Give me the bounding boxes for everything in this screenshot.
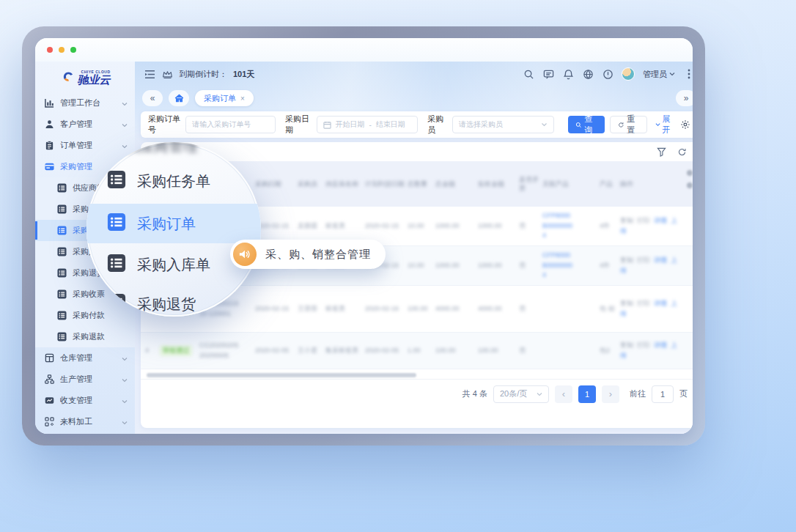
sidebar-item-label: 采购退款 xyxy=(73,331,128,342)
sidebar-item-订单管理[interactable]: 订单管理 xyxy=(35,135,135,156)
list-icon xyxy=(57,311,67,321)
related-product-link[interactable]: CFP8000B00000004 xyxy=(542,211,600,241)
buyer-select[interactable]: 请选择采购员 xyxy=(452,116,554,133)
chevron-down-icon xyxy=(122,99,128,108)
filter-settings-gear-icon[interactable] xyxy=(680,119,690,130)
crown-icon xyxy=(161,68,173,80)
chevron-down-icon xyxy=(122,396,128,405)
detail-link[interactable]: 详情 xyxy=(654,300,667,307)
sidebar-item-采购付款[interactable]: 采购付款 xyxy=(35,305,135,326)
sidebar-item-label: 客户管理 xyxy=(60,119,122,130)
sidebar-item-label: 生产管理 xyxy=(60,374,122,385)
column-header: 关联产品 xyxy=(542,180,600,188)
column-header: 采购员 xyxy=(298,180,325,188)
avatar[interactable] xyxy=(622,67,635,81)
list-icon xyxy=(57,226,67,236)
search-icon[interactable] xyxy=(523,68,534,80)
column-header: 实收金额 xyxy=(478,180,519,188)
column-header: 总数量 xyxy=(408,180,435,188)
horizontal-scrollbar[interactable] xyxy=(147,373,416,377)
reset-icon xyxy=(618,121,624,129)
page-size-select[interactable]: 20条/页 xyxy=(493,385,549,403)
sidebar-item-收支管理[interactable]: 收支管理 xyxy=(35,390,135,411)
sidebar-item-label: 来料加工 xyxy=(60,416,122,427)
date-range-input[interactable]: 开始日期 - 结束日期 xyxy=(317,116,419,133)
close-tab-icon[interactable]: × xyxy=(240,95,245,103)
magnified-menu-item-采购任务单: 采购任务单 xyxy=(107,170,210,193)
column-settings-icons[interactable] xyxy=(687,170,693,188)
home-icon xyxy=(174,94,184,103)
pagination: 共 4 条 20条/页 ‹ 1 › 前往 1 页 xyxy=(141,379,693,408)
chevron-down-icon xyxy=(541,122,548,127)
detail-link[interactable]: 详情 xyxy=(654,217,667,224)
sidebar-item-客户管理[interactable]: 客户管理 xyxy=(35,114,135,135)
close-window-dot[interactable] xyxy=(47,47,53,53)
order-no-input[interactable]: 请输入采购订单号 xyxy=(185,116,276,133)
collapse-sidebar-icon[interactable] xyxy=(144,68,155,80)
goto-label: 前往 xyxy=(630,388,646,399)
sidebar-item-来料加工[interactable]: 来料加工 xyxy=(35,411,135,432)
bell-icon[interactable] xyxy=(562,68,574,80)
sidebar-item-label: 仓库管理 xyxy=(60,352,122,363)
tab-purchase-order[interactable]: 采购订单 × xyxy=(195,90,254,106)
order-no-placeholder: 请输入采购订单号 xyxy=(192,119,251,130)
list-icon xyxy=(57,289,67,300)
next-page-button[interactable]: › xyxy=(602,385,619,403)
globe-icon[interactable] xyxy=(582,68,594,80)
finance-icon xyxy=(45,396,55,406)
reset-button[interactable]: 重置 xyxy=(610,116,648,133)
sidebar-item-生产管理[interactable]: 生产管理 xyxy=(35,369,135,390)
goto-page-input[interactable]: 1 xyxy=(652,385,674,403)
magnified-item-label: 采购任务单 xyxy=(137,171,210,191)
order-icon xyxy=(45,141,55,151)
customer-icon xyxy=(45,119,55,130)
detail-link[interactable]: 详情 xyxy=(654,256,667,264)
expand-filters-button[interactable]: 展开 xyxy=(655,114,675,136)
magnified-menu-item-采购订单: 采购订单 xyxy=(107,213,196,235)
topbar: 到期倒计时： 101天 管理员 xyxy=(135,62,693,86)
sidebar-item-采购退款[interactable]: 采购退款 xyxy=(35,326,135,347)
refresh-icon[interactable] xyxy=(676,146,688,158)
minimize-window-dot[interactable] xyxy=(59,47,65,53)
maximize-window-dot[interactable] xyxy=(70,47,76,53)
home-tab-button[interactable] xyxy=(169,90,189,106)
reset-button-label: 重置 xyxy=(627,114,639,136)
buyer-placeholder: 请选择采购员 xyxy=(459,119,503,130)
callout-text: 采、购、销整合管理 xyxy=(265,248,371,262)
related-product-link[interactable]: CFP8000B00000004 xyxy=(542,251,600,281)
kebab-menu-icon[interactable] xyxy=(683,68,693,80)
filter-order-no-label: 采购订单号 xyxy=(148,114,180,136)
production-icon xyxy=(45,374,55,385)
message-icon[interactable] xyxy=(542,68,554,80)
row-actions: 复制打印详情上传 xyxy=(620,256,686,276)
tabs-scroll-left-button[interactable]: « xyxy=(142,90,163,106)
search-button[interactable]: 查询 xyxy=(568,116,605,133)
list-icon xyxy=(57,268,67,278)
column-header: 供应商名称 xyxy=(325,180,365,188)
list-icon xyxy=(107,254,126,276)
sidebar-item-仓库管理[interactable]: 仓库管理 xyxy=(35,347,135,369)
row-actions: 复制打印详情上传 xyxy=(620,216,686,236)
column-header: 总金额 xyxy=(435,180,478,188)
info-icon[interactable] xyxy=(602,68,613,80)
material-icon xyxy=(45,417,55,427)
brand-logo: CHIYE CLOUD 驰业云 xyxy=(35,62,135,92)
search-icon xyxy=(575,121,582,129)
page-size-value: 20条/页 xyxy=(500,388,527,399)
brand-swoosh-icon xyxy=(60,70,75,84)
goto-page-value: 1 xyxy=(660,390,665,399)
chevron-down-icon xyxy=(122,141,128,150)
tab-bar: « 采购订单 × » xyxy=(135,86,693,110)
countdown-label: 到期倒计时： xyxy=(179,69,227,80)
detail-link[interactable]: 详情 xyxy=(654,341,667,349)
magnifier-overlay: 供应商管理 采购任务单采购订单采购入库单采购退货 xyxy=(86,142,261,317)
user-menu[interactable]: 管理员 xyxy=(643,69,675,80)
page-1-button[interactable]: 1 xyxy=(578,385,596,403)
prev-page-button[interactable]: ‹ xyxy=(555,385,572,403)
filter-funnel-icon[interactable] xyxy=(655,146,667,158)
window-titlebar xyxy=(35,38,693,62)
tabs-scroll-right-button[interactable]: » xyxy=(676,90,693,106)
sidebar-item-管理工作台[interactable]: 管理工作台 xyxy=(35,92,135,114)
feature-callout: 采、购、销整合管理 xyxy=(230,240,386,269)
chevron-down-icon xyxy=(122,375,128,384)
